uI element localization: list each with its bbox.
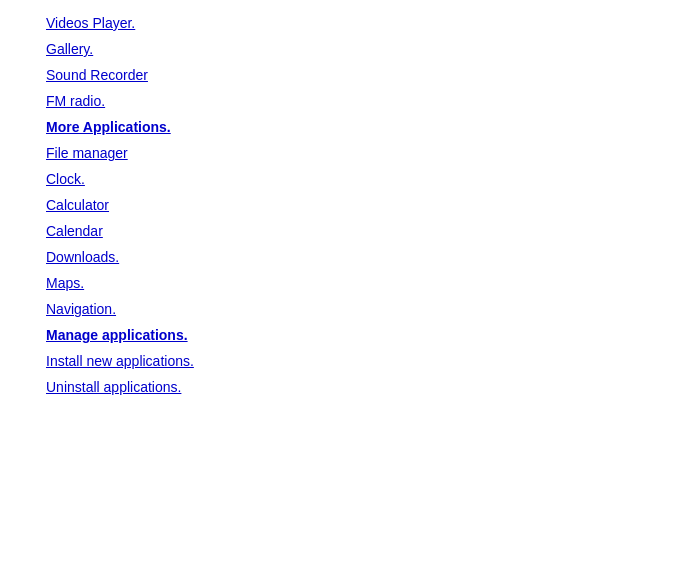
menu-item-fm-radio: FM radio. [0,88,680,114]
menu-item-calculator: Calculator [0,192,680,218]
menu-item-navigation: Navigation. [0,296,680,322]
menu-item-manage-applications: Manage applications. [0,322,680,348]
menu-link-navigation[interactable]: Navigation. [46,301,116,317]
menu-link-downloads[interactable]: Downloads. [46,249,119,265]
menu-item-gallery: Gallery. [0,36,680,62]
menu-link-calendar[interactable]: Calendar [46,223,103,239]
menu-item-uninstall-applications: Uninstall applications. [0,374,680,400]
menu-item-clock: Clock. [0,166,680,192]
menu-item-sound-recorder: Sound Recorder [0,62,680,88]
menu-link-uninstall-applications[interactable]: Uninstall applications. [46,379,181,395]
menu-link-more-applications[interactable]: More Applications. [46,119,171,135]
menu-item-downloads: Downloads. [0,244,680,270]
menu-item-videos-player: Videos Player. [0,10,680,36]
menu-item-maps: Maps. [0,270,680,296]
menu-link-clock[interactable]: Clock. [46,171,85,187]
menu-item-calendar: Calendar [0,218,680,244]
menu-link-install-new-applications[interactable]: Install new applications. [46,353,194,369]
menu-link-file-manager[interactable]: File manager [46,145,128,161]
menu-item-file-manager: File manager [0,140,680,166]
menu-link-calculator[interactable]: Calculator [46,197,109,213]
menu-link-videos-player[interactable]: Videos Player. [46,15,135,31]
menu-link-fm-radio[interactable]: FM radio. [46,93,105,109]
menu-item-install-new-applications: Install new applications. [0,348,680,374]
menu-link-gallery[interactable]: Gallery. [46,41,93,57]
menu-item-more-applications: More Applications. [0,114,680,140]
menu-link-maps[interactable]: Maps. [46,275,84,291]
menu-link-manage-applications[interactable]: Manage applications. [46,327,188,343]
menu-link-sound-recorder[interactable]: Sound Recorder [46,67,148,83]
app-menu: Videos Player.Gallery.Sound RecorderFM r… [0,10,680,400]
